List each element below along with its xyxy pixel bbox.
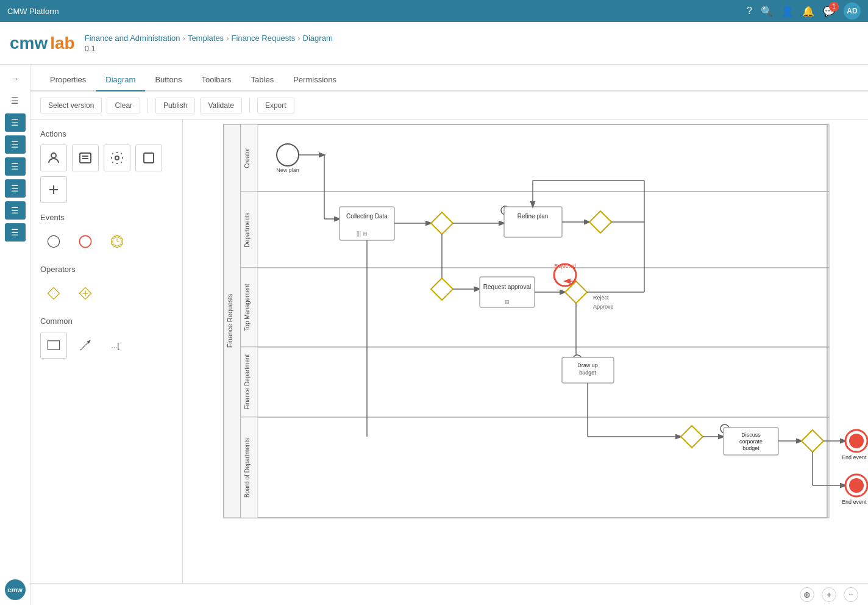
svg-text:Creator: Creator [244, 148, 251, 168]
tab-diagram[interactable]: Diagram [96, 69, 145, 91]
sidebar-menu6-icon[interactable]: ☰ [5, 201, 26, 220]
svg-text:budget: budget [579, 370, 596, 376]
svg-text:Departments: Departments [244, 212, 251, 247]
svg-rect-32 [241, 268, 258, 347]
svg-point-94 [845, 430, 867, 452]
svg-rect-26 [241, 124, 258, 192]
logo-lab: lab [50, 34, 74, 53]
users-icon[interactable]: 👤 [781, 5, 794, 17]
sidebar-menu4-icon[interactable]: ☰ [5, 157, 26, 176]
svg-rect-37 [241, 417, 829, 518]
logo-cmw: cmw [10, 34, 48, 53]
notification-badge: 1 [829, 2, 839, 12]
svg-text:Finance Requests: Finance Requests [226, 293, 233, 348]
svg-marker-56 [589, 211, 611, 233]
breadcrumb-finance-requests[interactable]: Finance Requests [231, 34, 295, 43]
common-bracket-icon[interactable]: ...[ [104, 332, 130, 359]
action-user-icon[interactable] [40, 145, 67, 171]
actions-title: Actions [40, 129, 173, 138]
toolbar-separator-2 [249, 98, 250, 113]
left-panel: Actions [30, 120, 183, 583]
svg-rect-18 [48, 341, 59, 349]
validate-button[interactable]: Validate [200, 98, 241, 113]
svg-rect-5 [144, 153, 154, 163]
zoom-in-button[interactable]: + [822, 587, 836, 602]
common-section: Common ...[ [40, 317, 173, 359]
breadcrumb-area: Finance and Administration › Templates ›… [85, 34, 333, 53]
common-arrow-icon[interactable] [72, 332, 99, 359]
status-bar: ⊕ + − [30, 583, 868, 605]
tab-buttons[interactable]: Buttons [145, 69, 191, 91]
svg-point-4 [115, 156, 119, 160]
svg-point-8 [48, 235, 59, 247]
export-button[interactable]: Export [257, 98, 294, 113]
toolbar-separator-1 [148, 98, 148, 113]
operators-section: Operators [40, 265, 173, 307]
avatar[interactable]: AD [844, 2, 861, 20]
tab-properties[interactable]: Properties [40, 69, 96, 91]
sidebar-menu3-icon[interactable]: ☰ [5, 135, 26, 154]
zoom-fit-button[interactable]: ⊕ [800, 587, 814, 602]
event-start-icon[interactable] [40, 228, 67, 255]
breadcrumb-finance[interactable]: Finance and Administration [85, 34, 180, 43]
breadcrumb-templates[interactable]: Templates [188, 34, 224, 43]
svg-text:||| ⊞: ||| ⊞ [357, 231, 368, 237]
sidebar-menu2-icon[interactable]: ☰ [5, 113, 26, 132]
publish-button[interactable]: Publish [155, 98, 195, 113]
svg-rect-63 [480, 277, 535, 307]
svg-rect-53 [504, 207, 562, 237]
sidebar-menu7-icon[interactable]: ☰ [5, 223, 26, 242]
help-icon[interactable]: ? [747, 5, 752, 16]
svg-rect-38 [241, 417, 258, 518]
common-rect-icon[interactable] [40, 332, 67, 359]
main: → ☰ ☰ ☰ ☰ ☰ ☰ ☰ cmw Properties Diagram B… [0, 65, 868, 605]
actions-section: Actions [40, 129, 173, 203]
clear-button[interactable]: Clear [107, 98, 140, 113]
svg-rect-28 [241, 192, 829, 268]
operators-title: Operators [40, 265, 173, 274]
common-title: Common [40, 317, 173, 326]
breadcrumb-diagram[interactable]: Diagram [303, 34, 333, 43]
content-area: Actions [30, 120, 868, 583]
svg-point-76 [573, 355, 582, 363]
svg-rect-77 [562, 357, 614, 383]
chat-icon[interactable]: 💬 1 [823, 5, 835, 17]
sidebar-menu5-icon[interactable]: ☰ [5, 179, 26, 198]
sidebar-menu1-icon[interactable]: ☰ [5, 91, 26, 110]
diagram-area[interactable]: Finance Requests Creator Departments Top… [183, 120, 868, 583]
operators-items [40, 280, 173, 307]
select-version-button[interactable]: Select version [40, 98, 102, 113]
events-title: Events [40, 213, 173, 222]
tab-toolbars[interactable]: Toolbars [191, 69, 241, 91]
operator-gateway-icon[interactable] [40, 280, 67, 307]
action-settings-icon[interactable] [104, 145, 130, 171]
svg-text:Top Management: Top Management [244, 284, 251, 331]
events-items [40, 228, 173, 255]
svg-text:⊞: ⊞ [505, 299, 510, 305]
tabs-area: Properties Diagram Buttons Toolbars Tabl… [30, 65, 868, 605]
version: 0.1 [85, 44, 333, 53]
event-timer-icon[interactable] [104, 228, 130, 255]
svg-marker-92 [802, 430, 824, 452]
svg-rect-87 [724, 428, 778, 455]
svg-text:budget: budget [742, 445, 760, 451]
svg-point-40 [277, 144, 299, 166]
tab-tables[interactable]: Tables [241, 69, 284, 91]
breadcrumb: Finance and Administration › Templates ›… [85, 34, 333, 43]
tab-permissions[interactable]: Permissions [283, 69, 346, 91]
action-plus-icon[interactable] [40, 176, 67, 203]
action-task-icon[interactable] [72, 145, 99, 171]
svg-rect-31 [241, 268, 829, 347]
search-icon[interactable]: 🔍 [761, 5, 773, 17]
zoom-out-button[interactable]: − [844, 587, 858, 602]
bell-icon[interactable]: 🔔 [802, 5, 814, 17]
operator-gateway-plus-icon[interactable] [72, 280, 99, 307]
svg-rect-25 [241, 124, 829, 192]
svg-text:Request approval: Request approval [483, 284, 531, 290]
svg-text:Draw up: Draw up [577, 362, 598, 368]
svg-marker-14 [48, 287, 59, 299]
event-end-icon[interactable] [72, 228, 99, 255]
svg-marker-49 [431, 212, 453, 234]
sidebar-arrow-icon[interactable]: → [5, 70, 26, 88]
action-empty-icon[interactable] [135, 145, 162, 171]
